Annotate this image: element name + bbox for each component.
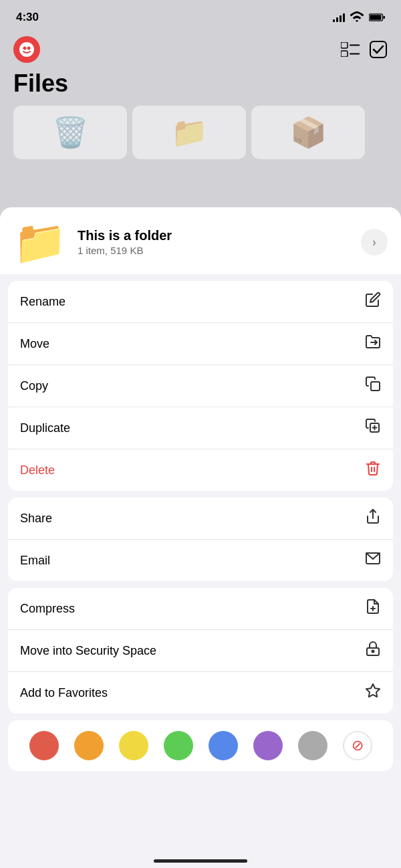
move-label: Move: [20, 337, 49, 351]
email-button[interactable]: Email: [8, 540, 393, 581]
color-dot-purple[interactable]: [253, 731, 283, 760]
app-logo[interactable]: [13, 36, 40, 63]
folder-thumb-folder: 📁: [132, 106, 246, 159]
status-bar: 4:30: [0, 0, 401, 31]
battery-icon: [369, 9, 385, 25]
security-space-button[interactable]: Move into Security Space: [8, 630, 393, 672]
delete-button[interactable]: Delete: [8, 449, 393, 491]
color-label-row: ⊘: [8, 720, 393, 771]
share-button[interactable]: Share: [8, 498, 393, 540]
signal-icon: [333, 13, 345, 22]
duplicate-icon: [365, 418, 381, 438]
folder-details: This is a folder 1 item, 519 KB: [78, 228, 350, 256]
svg-rect-1: [383, 16, 385, 19]
logo-face-icon: [21, 45, 32, 54]
duplicate-label: Duplicate: [20, 421, 70, 435]
add-favorites-label: Add to Favorites: [20, 686, 108, 700]
share-icon: [365, 508, 381, 528]
folder-info-header[interactable]: 📁 This is a folder 1 item, 519 KB ›: [0, 207, 401, 274]
folder-thumb-archive: 📦: [251, 106, 365, 159]
app-logo-inner: [19, 42, 34, 57]
copy-label: Copy: [20, 379, 48, 393]
color-dot-orange[interactable]: [74, 731, 104, 760]
security-space-label: Move into Security Space: [20, 644, 156, 658]
status-icons: [333, 9, 385, 25]
folder-thumb-trash: 🗑️: [13, 106, 127, 159]
color-dot-gray[interactable]: [298, 731, 327, 760]
delete-icon: [365, 460, 381, 480]
app-header: [0, 31, 401, 66]
page-title: Files: [0, 66, 401, 106]
copy-icon: [365, 376, 381, 396]
rename-icon: [365, 292, 381, 312]
add-favorites-button[interactable]: Add to Favorites: [8, 672, 393, 714]
home-indicator: [154, 859, 247, 863]
menu-group-file-actions: Rename Move Copy: [8, 281, 393, 491]
email-label: Email: [20, 554, 50, 568]
svg-point-3: [23, 47, 27, 50]
svg-rect-9: [370, 41, 386, 58]
menu-group-share: Share Email: [8, 498, 393, 581]
svg-rect-5: [341, 42, 348, 48]
folder-chevron-button[interactable]: ›: [361, 229, 388, 255]
duplicate-button[interactable]: Duplicate: [8, 407, 393, 449]
svg-marker-21: [366, 684, 380, 697]
delete-label: Delete: [20, 463, 55, 477]
color-dot-green[interactable]: [164, 731, 193, 760]
menu-group-extras: Compress Move into Security Space: [8, 588, 393, 714]
status-time: 4:30: [16, 11, 39, 24]
copy-button[interactable]: Copy: [8, 365, 393, 407]
compress-button[interactable]: Compress: [8, 588, 393, 630]
list-view-icon[interactable]: [341, 40, 360, 59]
bottom-sheet: 📁 This is a folder 1 item, 519 KB › Rena…: [0, 207, 401, 868]
move-icon: [365, 334, 381, 354]
favorites-icon: [365, 683, 381, 703]
svg-point-20: [372, 651, 374, 653]
svg-rect-11: [371, 382, 380, 391]
svg-point-4: [27, 47, 31, 50]
security-space-icon: [365, 641, 381, 661]
folder-name: This is a folder: [78, 228, 350, 243]
color-dot-red[interactable]: [29, 731, 59, 760]
rename-label: Rename: [20, 295, 65, 309]
folder-icon-large: 📁: [13, 221, 67, 263]
select-icon[interactable]: [369, 40, 388, 59]
header-actions: [341, 40, 388, 59]
folder-meta: 1 item, 519 KB: [78, 245, 350, 256]
move-button[interactable]: Move: [8, 323, 393, 365]
svg-rect-6: [341, 51, 348, 57]
svg-rect-2: [370, 15, 381, 20]
color-dot-none[interactable]: ⊘: [343, 731, 372, 760]
color-dot-yellow[interactable]: [119, 731, 148, 760]
compress-icon: [365, 599, 381, 619]
rename-button[interactable]: Rename: [8, 281, 393, 323]
compress-label: Compress: [20, 602, 75, 616]
wifi-icon: [349, 9, 365, 25]
email-icon: [365, 550, 381, 570]
color-dot-blue[interactable]: [209, 731, 238, 760]
share-label: Share: [20, 512, 52, 526]
folder-thumbnail-row: 🗑️ 📁 📦: [0, 106, 401, 159]
